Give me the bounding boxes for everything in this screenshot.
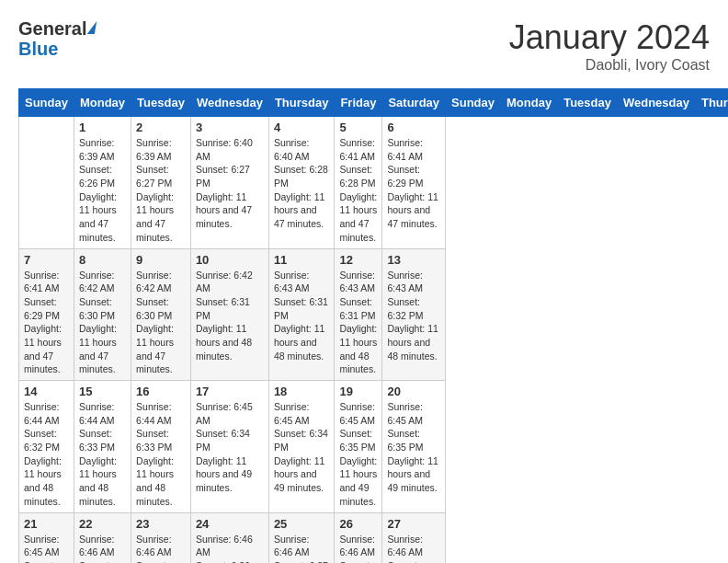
day-number: 10 [196, 253, 264, 267]
page-header: General Blue January 2024 Daobli, Ivory … [18, 18, 710, 74]
calendar-cell: 24Sunrise: 6:46 AMSunset: 6:36 PMDayligh… [190, 512, 268, 563]
day-info: Sunrise: 6:39 AMSunset: 6:26 PMDaylight:… [79, 136, 126, 245]
month-title: January 2024 [509, 18, 710, 57]
calendar-cell: 8Sunrise: 6:42 AMSunset: 6:30 PMDaylight… [74, 248, 131, 381]
day-number: 14 [24, 385, 69, 398]
day-info: Sunrise: 6:46 AMSunset: 6:36 PMDaylight:… [196, 533, 264, 564]
header-monday: Monday [74, 89, 131, 117]
calendar-cell: 20Sunrise: 6:45 AMSunset: 6:35 PMDayligh… [382, 381, 446, 513]
day-number: 21 [24, 517, 69, 531]
calendar-cell: 13Sunrise: 6:43 AMSunset: 6:32 PMDayligh… [382, 248, 446, 381]
header-wednesday: Wednesday [190, 89, 268, 117]
calendar-table: SundayMondayTuesdayWednesdayThursdayFrid… [18, 88, 728, 563]
calendar-cell: 4Sunrise: 6:40 AMSunset: 6:28 PMDaylight… [268, 117, 335, 249]
day-number: 13 [387, 253, 440, 267]
day-info: Sunrise: 6:40 AMSunset: 6:27 PMDaylight:… [196, 136, 264, 231]
header-friday: Friday [335, 89, 382, 117]
day-number: 16 [136, 385, 186, 398]
week-row-1: 1Sunrise: 6:39 AMSunset: 6:26 PMDaylight… [19, 117, 729, 249]
day-number: 6 [387, 121, 440, 134]
week-row-3: 14Sunrise: 6:44 AMSunset: 6:32 PMDayligh… [19, 381, 729, 513]
day-number: 23 [136, 517, 186, 531]
week-row-4: 21Sunrise: 6:45 AMSunset: 6:35 PMDayligh… [19, 512, 729, 563]
calendar-cell: 26Sunrise: 6:46 AMSunset: 6:37 PMDayligh… [335, 512, 382, 563]
calendar-cell [19, 117, 74, 249]
day-number: 1 [79, 121, 126, 134]
calendar-cell: 27Sunrise: 6:46 AMSunset: 6:38 PMDayligh… [382, 512, 446, 563]
col-header-tuesday: Tuesday [558, 89, 618, 117]
calendar-cell: 7Sunrise: 6:41 AMSunset: 6:29 PMDaylight… [19, 248, 74, 381]
header-sunday: Sunday [19, 89, 74, 117]
calendar-cell: 9Sunrise: 6:42 AMSunset: 6:30 PMDaylight… [131, 248, 191, 381]
day-info: Sunrise: 6:46 AMSunset: 6:36 PMDaylight:… [79, 533, 126, 564]
day-info: Sunrise: 6:44 AMSunset: 6:33 PMDaylight:… [136, 400, 186, 509]
calendar-header-row: SundayMondayTuesdayWednesdayThursdayFrid… [19, 89, 729, 117]
header-saturday: Saturday [382, 89, 446, 117]
day-number: 4 [274, 121, 330, 134]
day-info: Sunrise: 6:45 AMSunset: 6:34 PMDaylight:… [196, 400, 264, 495]
day-info: Sunrise: 6:46 AMSunset: 6:38 PMDaylight:… [387, 533, 440, 564]
day-number: 26 [339, 517, 377, 531]
calendar-cell: 2Sunrise: 6:39 AMSunset: 6:27 PMDaylight… [131, 117, 191, 249]
day-info: Sunrise: 6:41 AMSunset: 6:28 PMDaylight:… [339, 136, 377, 245]
day-info: Sunrise: 6:44 AMSunset: 6:32 PMDaylight:… [24, 400, 69, 509]
calendar-cell: 25Sunrise: 6:46 AMSunset: 6:37 PMDayligh… [268, 512, 335, 563]
calendar-cell: 23Sunrise: 6:46 AMSunset: 6:36 PMDayligh… [131, 512, 191, 563]
day-number: 11 [274, 253, 330, 267]
day-info: Sunrise: 6:43 AMSunset: 6:31 PMDaylight:… [274, 269, 330, 363]
col-header-monday: Monday [501, 89, 558, 117]
day-number: 7 [24, 253, 69, 267]
day-number: 9 [136, 253, 186, 267]
day-info: Sunrise: 6:42 AMSunset: 6:30 PMDaylight:… [136, 269, 186, 377]
day-info: Sunrise: 6:42 AMSunset: 6:30 PMDaylight:… [79, 269, 126, 377]
logo-icon [87, 21, 97, 34]
calendar-cell: 15Sunrise: 6:44 AMSunset: 6:33 PMDayligh… [74, 381, 131, 513]
calendar-cell: 5Sunrise: 6:41 AMSunset: 6:28 PMDaylight… [335, 117, 382, 249]
calendar-cell: 11Sunrise: 6:43 AMSunset: 6:31 PMDayligh… [268, 248, 335, 381]
day-info: Sunrise: 6:40 AMSunset: 6:28 PMDaylight:… [274, 136, 330, 231]
logo-blue-text: Blue [18, 39, 58, 59]
calendar-cell: 17Sunrise: 6:45 AMSunset: 6:34 PMDayligh… [190, 381, 268, 513]
calendar-cell: 10Sunrise: 6:42 AMSunset: 6:31 PMDayligh… [190, 248, 268, 381]
calendar-cell: 22Sunrise: 6:46 AMSunset: 6:36 PMDayligh… [74, 512, 131, 563]
calendar-cell: 16Sunrise: 6:44 AMSunset: 6:33 PMDayligh… [131, 381, 191, 513]
title-section: January 2024 Daobli, Ivory Coast [509, 18, 710, 74]
day-info: Sunrise: 6:41 AMSunset: 6:29 PMDaylight:… [387, 136, 440, 231]
header-thursday: Thursday [268, 89, 335, 117]
day-info: Sunrise: 6:46 AMSunset: 6:37 PMDaylight:… [274, 533, 330, 564]
day-number: 18 [274, 385, 330, 398]
day-number: 3 [196, 121, 264, 134]
col-header-wednesday: Wednesday [617, 89, 695, 117]
day-info: Sunrise: 6:45 AMSunset: 6:35 PMDaylight:… [387, 400, 440, 495]
day-number: 8 [79, 253, 126, 267]
day-info: Sunrise: 6:45 AMSunset: 6:35 PMDaylight:… [24, 533, 69, 564]
day-info: Sunrise: 6:45 AMSunset: 6:35 PMDaylight:… [339, 400, 377, 509]
calendar-cell: 3Sunrise: 6:40 AMSunset: 6:27 PMDaylight… [190, 117, 268, 249]
day-number: 22 [79, 517, 126, 531]
calendar-cell: 19Sunrise: 6:45 AMSunset: 6:35 PMDayligh… [335, 381, 382, 513]
day-info: Sunrise: 6:43 AMSunset: 6:31 PMDaylight:… [339, 269, 377, 377]
day-number: 5 [339, 121, 377, 134]
col-header-thursday: Thursday [695, 89, 728, 117]
day-number: 19 [339, 385, 377, 398]
day-number: 27 [387, 517, 440, 531]
calendar-cell: 12Sunrise: 6:43 AMSunset: 6:31 PMDayligh… [335, 248, 382, 381]
day-info: Sunrise: 6:46 AMSunset: 6:36 PMDaylight:… [136, 533, 186, 564]
day-info: Sunrise: 6:46 AMSunset: 6:37 PMDaylight:… [339, 533, 377, 564]
day-number: 20 [387, 385, 440, 398]
week-row-2: 7Sunrise: 6:41 AMSunset: 6:29 PMDaylight… [19, 248, 729, 381]
logo-general-text: General [18, 18, 86, 39]
day-info: Sunrise: 6:45 AMSunset: 6:34 PMDaylight:… [274, 400, 330, 495]
calendar-cell: 18Sunrise: 6:45 AMSunset: 6:34 PMDayligh… [268, 381, 335, 513]
calendar-cell: 1Sunrise: 6:39 AMSunset: 6:26 PMDaylight… [74, 117, 131, 249]
header-tuesday: Tuesday [131, 89, 191, 117]
day-info: Sunrise: 6:43 AMSunset: 6:32 PMDaylight:… [387, 269, 440, 363]
day-number: 15 [79, 385, 126, 398]
day-number: 24 [196, 517, 264, 531]
day-number: 25 [274, 517, 330, 531]
location-title: Daobli, Ivory Coast [509, 57, 710, 74]
day-number: 17 [196, 385, 264, 398]
calendar-cell: 14Sunrise: 6:44 AMSunset: 6:32 PMDayligh… [19, 381, 74, 513]
col-header-sunday: Sunday [446, 89, 501, 117]
day-info: Sunrise: 6:42 AMSunset: 6:31 PMDaylight:… [196, 269, 264, 363]
